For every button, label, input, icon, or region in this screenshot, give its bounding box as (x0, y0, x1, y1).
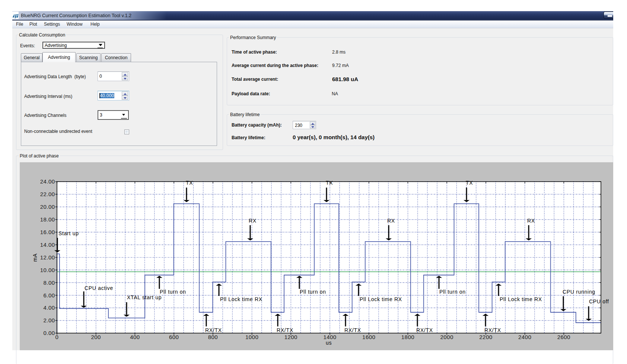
svg-text:RX: RX (387, 218, 395, 224)
svg-text:8.00: 8.00 (44, 280, 55, 286)
svg-text:RX: RX (249, 218, 257, 224)
svg-text:XTAL start up: XTAL start up (127, 294, 162, 300)
svg-text:6.00: 6.00 (44, 292, 55, 298)
svg-text:800: 800 (208, 334, 218, 340)
svg-text:4.00: 4.00 (44, 304, 55, 311)
svg-text:22.00: 22.00 (40, 191, 55, 197)
svg-text:1200: 1200 (284, 334, 297, 340)
svg-text:1600: 1600 (362, 334, 375, 340)
svg-text:CPU off: CPU off (589, 298, 609, 304)
svg-text:RX/TX: RX/TX (205, 327, 222, 333)
svg-text:10.00: 10.00 (40, 267, 55, 273)
svg-text:12.00: 12.00 (40, 254, 55, 261)
svg-text:600: 600 (169, 334, 179, 340)
svg-text:Pll Lock time RX: Pll Lock time RX (220, 296, 262, 302)
svg-text:mA: mA (32, 253, 38, 262)
svg-text:0.00: 0.00 (44, 330, 55, 336)
svg-text:TX: TX (326, 180, 333, 186)
svg-text:Pll turn on: Pll turn on (160, 289, 186, 295)
svg-text:CPU running: CPU running (563, 289, 595, 295)
svg-text:TX: TX (186, 180, 193, 186)
svg-text:RX/TX: RX/TX (484, 327, 501, 333)
svg-text:2600: 2600 (557, 334, 570, 340)
svg-text:us: us (326, 340, 332, 346)
svg-text:TX: TX (466, 180, 473, 186)
svg-text:400: 400 (130, 334, 140, 340)
svg-text:Pll Lock time RX: Pll Lock time RX (500, 296, 542, 302)
svg-text:16.00: 16.00 (40, 229, 55, 235)
svg-text:RX/TX: RX/TX (416, 327, 433, 333)
svg-text:0: 0 (55, 334, 59, 340)
svg-text:24.00: 24.00 (40, 178, 55, 185)
svg-text:20.00: 20.00 (40, 204, 55, 210)
svg-text:2000: 2000 (440, 334, 453, 340)
svg-text:18.00: 18.00 (40, 216, 55, 223)
svg-text:2400: 2400 (518, 334, 531, 340)
svg-text:Pll Lock time RX: Pll Lock time RX (360, 296, 402, 302)
svg-text:CPU active: CPU active (85, 285, 113, 291)
svg-text:RX/TX: RX/TX (344, 327, 361, 333)
svg-text:1400: 1400 (323, 334, 336, 340)
svg-text:RX/TX: RX/TX (277, 327, 293, 333)
svg-text:2200: 2200 (479, 334, 492, 340)
svg-text:1000: 1000 (245, 334, 258, 340)
svg-text:RX: RX (527, 218, 535, 224)
svg-text:2.00: 2.00 (44, 317, 55, 323)
svg-text:1800: 1800 (401, 334, 414, 340)
svg-text:Pll turn on: Pll turn on (300, 289, 326, 295)
svg-text:Start up: Start up (58, 230, 79, 236)
svg-text:200: 200 (91, 334, 101, 340)
svg-text:14.00: 14.00 (40, 242, 55, 248)
svg-text:Pll turn on: Pll turn on (439, 289, 466, 295)
